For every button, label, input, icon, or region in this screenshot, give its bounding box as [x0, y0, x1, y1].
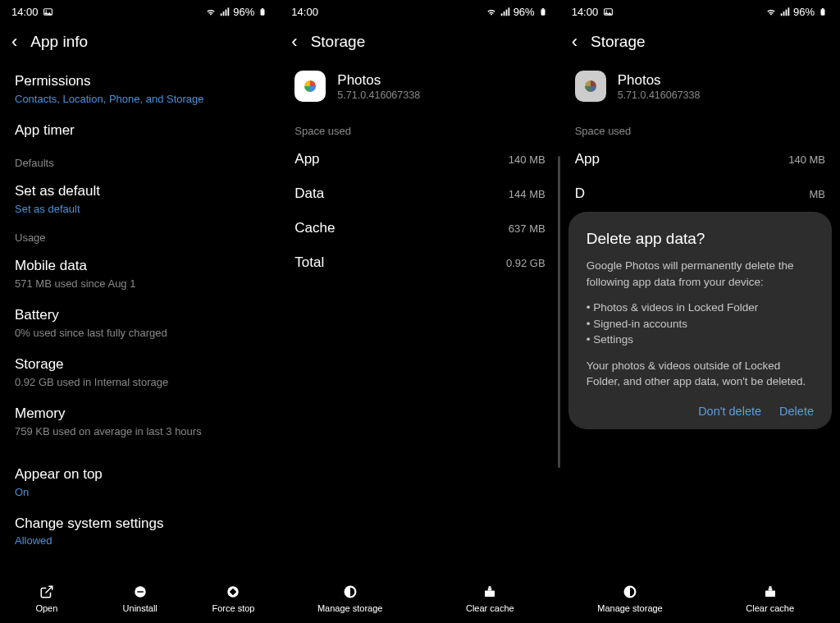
battery-item[interactable]: Battery 0% used since last fully charged — [15, 298, 265, 347]
battery-percent: 96% — [793, 6, 815, 18]
image-icon — [43, 6, 54, 17]
svg-rect-24 — [783, 11, 785, 16]
force-stop-button[interactable]: Force stop — [187, 584, 281, 613]
storage-data-row: Data 144 MB — [294, 176, 545, 211]
svg-rect-18 — [485, 590, 495, 597]
battery-icon — [817, 6, 829, 17]
dont-delete-button[interactable]: Don't delete — [698, 405, 761, 418]
svg-rect-29 — [765, 590, 775, 597]
battery-icon — [537, 6, 549, 17]
manage-storage-icon — [623, 584, 637, 599]
permissions-item[interactable]: Permissions Contacts, Location, Phone, a… — [15, 64, 265, 113]
app-version: 5.71.0.416067338 — [618, 89, 701, 101]
screen-header: ‹ Storage — [560, 23, 840, 64]
svg-rect-16 — [541, 9, 545, 16]
panel-app-info: 14:00 96% ‹ App info Permissions Contact… — [0, 0, 280, 623]
dialog-body: Google Photos will permanently delete th… — [587, 258, 814, 390]
wifi-icon — [486, 6, 497, 17]
clear-cache-icon — [763, 584, 778, 599]
app-name: Photos — [337, 72, 420, 89]
svg-point-22 — [605, 10, 607, 11]
delete-app-data-dialog: Delete app data? Google Photos will perm… — [568, 212, 832, 429]
bottom-bar: Manage storage Clear cache — [560, 574, 840, 623]
wifi-icon — [765, 6, 777, 17]
page-title: Storage — [311, 33, 366, 51]
svg-rect-6 — [261, 9, 265, 16]
manage-storage-button[interactable]: Manage storage — [560, 584, 701, 613]
battery-percent: 96% — [233, 6, 254, 18]
delete-button[interactable]: Delete — [779, 405, 814, 418]
clear-cache-button[interactable]: Clear cache — [700, 584, 840, 613]
usage-section-label: Usage — [15, 223, 265, 249]
svg-point-1 — [46, 10, 48, 11]
manage-storage-button[interactable]: Manage storage — [280, 584, 420, 613]
back-icon[interactable]: ‹ — [572, 33, 578, 51]
svg-rect-2 — [221, 13, 222, 16]
signal-icon — [779, 6, 791, 17]
svg-rect-12 — [500, 13, 502, 16]
svg-rect-30 — [768, 588, 772, 590]
open-button[interactable]: Open — [0, 584, 94, 613]
svg-rect-20 — [489, 586, 491, 588]
storage-cache-row: Cache 637 MB — [294, 211, 545, 245]
screen-header: ‹ App info — [0, 23, 280, 64]
bottom-bar: Manage storage Clear cache — [280, 574, 559, 623]
status-time: 14:00 — [572, 6, 599, 18]
page-title: Storage — [591, 33, 646, 51]
manage-storage-icon — [343, 584, 358, 599]
app-timer-item[interactable]: App timer — [15, 113, 265, 149]
bottom-bar: Open Uninstall Force stop — [0, 574, 280, 623]
storage-data-row: D MB — [575, 176, 825, 211]
uninstall-button[interactable]: Uninstall — [94, 584, 187, 613]
storage-item[interactable]: Storage 0.92 GB used in Internal storage — [15, 347, 265, 396]
memory-item[interactable]: Memory 759 KB used on average in last 3 … — [15, 396, 265, 446]
signal-icon — [219, 6, 231, 17]
clear-cache-button[interactable]: Clear cache — [420, 584, 560, 613]
set-default-item[interactable]: Set as default Set as default — [15, 174, 265, 223]
open-icon — [39, 584, 54, 599]
mobile-data-item[interactable]: Mobile data 571 MB used since Aug 1 — [15, 249, 265, 298]
dialog-title: Delete app data? — [587, 230, 814, 248]
screen-header: ‹ Storage — [280, 23, 559, 64]
signal-icon — [500, 6, 511, 17]
status-bar: 14:00 96% — [560, 0, 840, 23]
back-icon[interactable]: ‹ — [291, 33, 297, 51]
dialog-actions: Don't delete Delete — [587, 405, 814, 418]
app-header: Photos 5.71.0.416067338 — [575, 64, 825, 107]
change-system-settings-item[interactable]: Change system settings Allowed — [15, 506, 265, 556]
panel-storage-dialog: 14:00 96% ‹ Storage Photos 5.71.0.416067… — [560, 0, 840, 623]
status-time: 14:00 — [291, 6, 318, 18]
storage-app-row: App 140 MB — [575, 142, 825, 176]
storage-total-row: Total 0.92 GB — [294, 245, 545, 280]
clear-cache-icon — [482, 584, 497, 599]
space-used-label: Space used — [294, 107, 545, 142]
image-icon — [602, 6, 614, 17]
svg-rect-28 — [822, 7, 824, 8]
status-time: 14:00 — [11, 6, 39, 18]
wifi-icon — [205, 6, 217, 17]
svg-rect-25 — [786, 10, 788, 16]
app-version: 5.71.0.416067338 — [337, 89, 420, 101]
svg-rect-23 — [781, 13, 783, 16]
svg-rect-26 — [788, 7, 789, 16]
status-bar: 14:00 96% — [280, 0, 559, 23]
force-stop-icon — [226, 584, 240, 599]
svg-rect-15 — [508, 7, 509, 16]
uninstall-icon — [133, 584, 148, 599]
status-bar: 14:00 96% — [0, 0, 280, 23]
svg-rect-17 — [541, 7, 544, 8]
google-photos-icon — [294, 71, 326, 102]
svg-rect-19 — [488, 588, 492, 590]
appear-on-top-item[interactable]: Appear on top On — [15, 457, 265, 506]
panel-storage: 14:00 96% ‹ Storage Photos 5.71.0.416067… — [280, 0, 559, 623]
back-icon[interactable]: ‹ — [11, 33, 17, 51]
svg-rect-7 — [262, 7, 264, 8]
page-title: App info — [30, 33, 88, 51]
google-photos-icon — [575, 71, 606, 102]
svg-rect-27 — [820, 9, 824, 16]
svg-rect-14 — [505, 10, 507, 16]
svg-rect-31 — [769, 586, 771, 588]
defaults-section-label: Defaults — [15, 149, 265, 174]
svg-rect-4 — [226, 10, 227, 16]
space-used-label: Space used — [575, 107, 825, 142]
